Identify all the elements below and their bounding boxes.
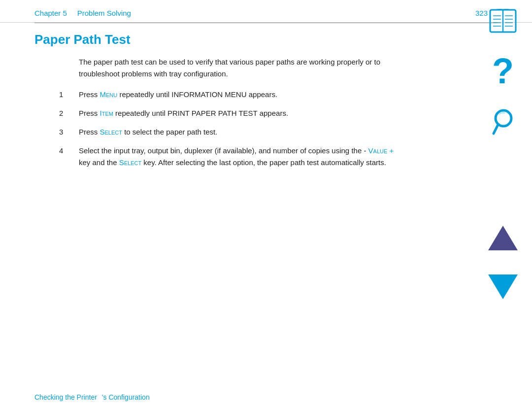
svg-marker-14 [488,274,518,299]
step-text: Press Item repeatedly until PRINT PAPER … [79,107,399,119]
search-icon[interactable] [490,106,517,179]
svg-marker-13 [488,226,518,250]
select-link-2[interactable]: Select [119,158,141,167]
footer-link-2[interactable]: 's Configuration [102,393,150,401]
header-chapter: Chapter 5 Problem Solving [34,9,131,17]
list-item: 1 Press Menu repeatedly until INFORMATIO… [59,89,399,101]
arrow-up-icon[interactable] [487,223,519,261]
footer-link-1[interactable]: Checking the Printer [34,393,97,401]
footer: Checking the Printer 's Configuration [34,393,150,401]
chapter-label: Chapter 5 [34,9,67,17]
list-item: 3 Press Select to select the paper path … [59,126,399,138]
menu-link[interactable]: Menu [100,90,118,99]
intro-paragraph: The paper path test can be used to verif… [79,56,399,80]
step-number: 3 [59,126,79,138]
select-link[interactable]: Select [100,128,122,136]
page-header: Chapter 5 Problem Solving 323 [0,0,532,23]
step-text: Press Select to select the paper path te… [79,126,399,138]
question-icon[interactable]: ? [490,54,517,96]
step-number: 2 [59,107,79,119]
step-text: Select the input tray, output bin, duple… [79,145,399,169]
step-text: Press Menu repeatedly until INFORMATION … [79,89,399,101]
steps-list: 1 Press Menu repeatedly until INFORMATIO… [59,89,399,169]
list-item: 4 Select the input tray, output bin, dup… [59,145,399,169]
sidebar-icons: ? [486,5,520,303]
svg-line-12 [494,125,498,134]
arrow-down-icon[interactable] [487,270,519,303]
step-number: 4 [59,145,79,169]
book-icon[interactable] [486,5,520,44]
value-link[interactable]: Value + [368,146,394,155]
main-content: Paper Path Test The paper path test can … [0,23,443,185]
chapter-title: Problem Solving [77,9,131,17]
item-link[interactable]: Item [100,109,113,117]
page-container: Chapter 5 Problem Solving 323 Paper Path… [0,0,532,411]
page-title: Paper Path Test [34,32,399,47]
svg-text:?: ? [492,54,514,91]
list-item: 2 Press Item repeatedly until PRINT PAPE… [59,107,399,119]
step-number: 1 [59,89,79,101]
